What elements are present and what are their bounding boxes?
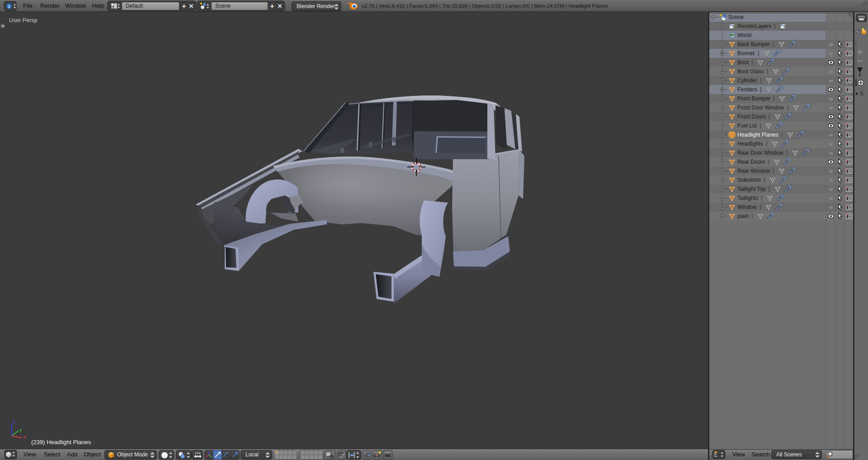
svg-text:Taillights: Taillights	[737, 195, 758, 201]
svg-text:Fenders: Fenders	[737, 86, 757, 93]
svg-text:Rear Door Window: Rear Door Window	[737, 150, 783, 156]
svg-text:Rear Doors: Rear Doors	[737, 159, 765, 165]
svg-text:Boot Glass: Boot Glass	[737, 68, 764, 75]
svg-text:Sideskirts: Sideskirts	[737, 177, 761, 183]
svg-text:plain: plain	[737, 213, 749, 219]
svg-text:Window: Window	[737, 204, 757, 210]
svg-text:Rear Window: Rear Window	[737, 168, 770, 174]
svg-text:Taillight Top: Taillight Top	[737, 186, 766, 192]
svg-text:Front Bumper: Front Bumper	[737, 95, 770, 102]
svg-text:Headlight Planes: Headlight Planes	[737, 132, 778, 138]
svg-text:Boot: Boot	[737, 59, 749, 66]
svg-text:World: World	[737, 32, 751, 38]
svg-text:Cylinder: Cylinder	[737, 77, 757, 84]
svg-text:Fuel Lid: Fuel Lid	[737, 123, 757, 129]
svg-text:Bonnet: Bonnet	[737, 50, 755, 57]
svg-text:RenderLayers: RenderLayers	[737, 23, 771, 29]
svg-text:S: S	[860, 90, 863, 97]
svg-text:Headlights: Headlights	[737, 141, 763, 147]
svg-text:Front Door Window: Front Door Window	[737, 104, 784, 111]
svg-text:Front Doors: Front Doors	[737, 114, 766, 120]
svg-text:Back Bumper: Back Bumper	[737, 41, 770, 47]
